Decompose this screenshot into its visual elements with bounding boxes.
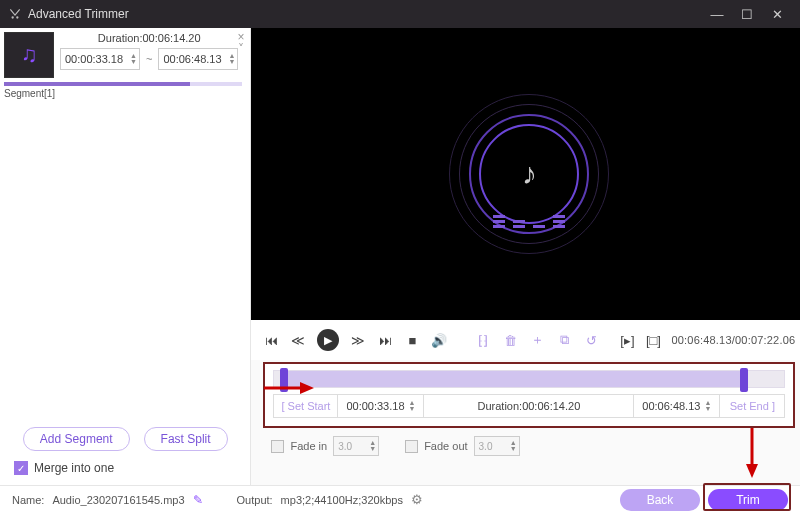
playback-time-label: 00:06:48.13/00:07:22.06 (671, 334, 795, 346)
svg-point-0 (12, 16, 14, 18)
add-segment-button[interactable]: Add Segment (23, 427, 130, 451)
maximize-button[interactable]: ☐ (732, 7, 762, 22)
delete-icon[interactable]: 🗑 (502, 332, 518, 348)
output-settings-icon[interactable]: ⚙ (411, 492, 423, 507)
window-title: Advanced Trimmer (28, 7, 129, 21)
merge-label: Merge into one (34, 461, 114, 475)
title-bar: Advanced Trimmer — ☐ ✕ (0, 0, 800, 28)
output-value: mp3;2;44100Hz;320kbps (281, 494, 403, 506)
fast-split-button[interactable]: Fast Split (144, 427, 228, 451)
merge-checkbox[interactable]: ✓ (14, 461, 28, 475)
edit-name-icon[interactable]: ✎ (193, 493, 203, 507)
trim-controls: [ Set Start 00:00:33.18 ▲▼ Duration:00:0… (263, 362, 795, 428)
range-separator: ~ (146, 53, 152, 65)
audio-visualizer-icon: ♪ (449, 94, 609, 254)
music-note-icon: ♫ (21, 42, 38, 68)
bracket-out-icon[interactable]: [□] (645, 332, 661, 348)
set-end-button[interactable]: Set End ] (720, 395, 784, 417)
down-icon: ▼ (130, 59, 137, 65)
fade-out-label: Fade out (424, 440, 467, 452)
volume-icon[interactable]: 🔊 (431, 332, 447, 348)
set-range-icon[interactable]: ⁅⁆ (475, 332, 491, 348)
next-segment-icon[interactable]: ⏭ (377, 332, 393, 348)
undo-icon[interactable]: ↺ (583, 332, 599, 348)
segment-duration-label: Duration:00:06:14.20 (60, 32, 238, 44)
trim-button[interactable]: Trim (708, 489, 788, 511)
footer-bar: Name: Audio_230207161545.mp3 ✎ Output: m… (0, 485, 800, 513)
output-label: Output: (237, 494, 273, 506)
fade-in-label: Fade in (290, 440, 327, 452)
segment-end-input[interactable]: 00:06:48.13 ▲▼ (158, 48, 238, 70)
fade-in-value[interactable]: 3.0▲▼ (333, 436, 379, 456)
prev-segment-icon[interactable]: ⏮ (263, 332, 279, 348)
equalizer-icon (493, 215, 565, 228)
segment-menu-icon[interactable]: ˅ (238, 42, 244, 56)
timeline-track[interactable] (273, 370, 785, 388)
fade-out-checkbox[interactable] (405, 440, 418, 453)
step-fwd-icon[interactable]: ≫ (350, 332, 366, 348)
close-button[interactable]: ✕ (762, 7, 792, 22)
minimize-button[interactable]: — (702, 7, 732, 22)
trim-end-handle[interactable] (740, 368, 748, 392)
editor-panel: ♪ ⏮ ≪ ▶ ≫ ⏭ ■ 🔊 ⁅⁆ 🗑 ＋ (251, 28, 800, 485)
filename-value: Audio_230207161545.mp3 (52, 494, 184, 506)
segment-name-label: Segment[1] (0, 86, 250, 99)
trim-start-input[interactable]: 00:00:33.18 ▲▼ (338, 395, 424, 417)
svg-point-1 (16, 16, 18, 18)
segment-minitrack[interactable] (4, 82, 242, 86)
fade-in-checkbox[interactable] (271, 440, 284, 453)
playback-toolbar: ⏮ ≪ ▶ ≫ ⏭ ■ 🔊 ⁅⁆ 🗑 ＋ ⧉ ↺ [▸] [□] 00:06:4… (251, 320, 800, 360)
segment-thumbnail[interactable]: ♫ (4, 32, 54, 78)
trim-end-input[interactable]: 00:06:48.13 ▲▼ (634, 395, 720, 417)
bracket-in-icon[interactable]: [▸] (619, 332, 635, 348)
add-icon[interactable]: ＋ (529, 332, 545, 348)
stop-icon[interactable]: ■ (404, 332, 420, 348)
preview-area: ♪ (251, 28, 800, 320)
app-logo-icon (8, 7, 22, 21)
trim-start-handle[interactable] (280, 368, 288, 392)
trim-duration-label: Duration:00:06:14.20 (424, 395, 634, 417)
back-button[interactable]: Back (620, 489, 700, 511)
segment-panel: ♫ × ˅ Duration:00:06:14.20 00:00:33.18 ▲… (0, 28, 251, 485)
down-icon: ▼ (229, 59, 236, 65)
fade-out-value[interactable]: 3.0▲▼ (474, 436, 520, 456)
step-back-icon[interactable]: ≪ (290, 332, 306, 348)
copy-icon[interactable]: ⧉ (556, 332, 572, 348)
segment-start-input[interactable]: 00:00:33.18 ▲▼ (60, 48, 140, 70)
set-start-button[interactable]: [ Set Start (274, 395, 338, 417)
play-button[interactable]: ▶ (317, 329, 339, 351)
name-label: Name: (12, 494, 44, 506)
